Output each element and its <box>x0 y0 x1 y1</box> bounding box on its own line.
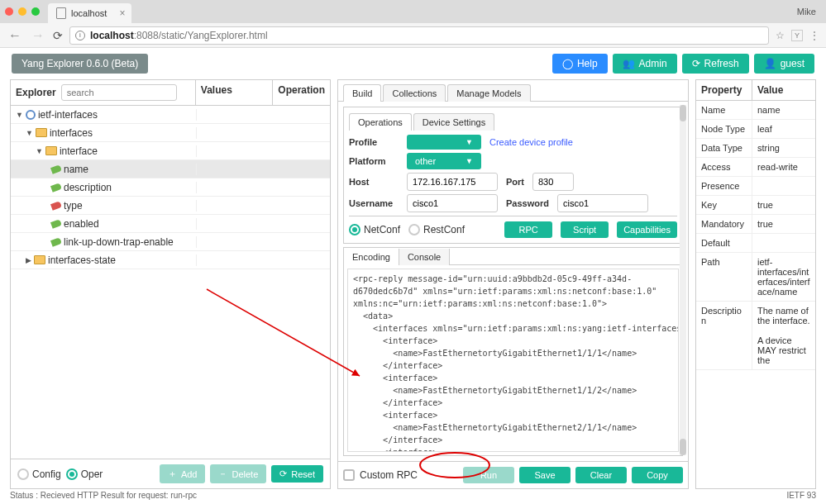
delete-button[interactable]: －Delete <box>210 464 266 483</box>
tab-collections[interactable]: Collections <box>383 84 446 102</box>
tab-console[interactable]: Console <box>399 249 450 265</box>
scrollbar[interactable] <box>680 105 686 455</box>
browser-profile[interactable]: Mike <box>797 7 816 17</box>
tree-row[interactable]: enabled <box>11 215 330 233</box>
copy-button[interactable]: Copy <box>632 467 683 483</box>
oper-radio[interactable]: Oper <box>66 468 103 480</box>
clear-button[interactable]: Clear <box>575 467 627 483</box>
reset-button[interactable]: ⟳Reset <box>271 465 323 483</box>
github-icon: ◯ <box>562 58 573 69</box>
help-button[interactable]: ◯Help <box>552 54 608 74</box>
property-key: Access <box>696 158 752 176</box>
property-value: read-write <box>752 158 815 176</box>
minus-icon: － <box>218 468 227 480</box>
reload-icon[interactable]: ⟳ <box>53 29 63 42</box>
save-button[interactable]: Save <box>519 467 571 483</box>
property-row: Keytrue <box>696 196 815 215</box>
folder-icon <box>45 146 57 155</box>
refresh-button[interactable]: ⟳Refresh <box>682 54 749 74</box>
property-value: true <box>752 196 815 214</box>
search-input[interactable] <box>61 84 177 101</box>
create-profile-link[interactable]: Create device profile <box>489 137 573 147</box>
properties-panel: Property Value NamenameNode TypeleafData… <box>695 79 816 489</box>
tree-row[interactable]: ▶interfaces-state <box>11 251 330 269</box>
script-button[interactable]: Script <box>561 221 609 238</box>
browser-tab[interactable]: localhost × <box>48 3 131 23</box>
tree-row[interactable]: type <box>11 197 330 215</box>
expand-icon[interactable]: ▼ <box>16 111 23 119</box>
browser-titlebar: localhost × Mike <box>0 0 826 23</box>
property-key: Data Type <box>696 139 752 157</box>
property-key: Node Type <box>696 120 752 138</box>
folder-icon <box>34 255 45 264</box>
custom-rpc-checkbox[interactable] <box>343 469 355 481</box>
run-button[interactable]: Run <box>463 467 514 483</box>
tree-row[interactable]: description <box>11 178 330 197</box>
extension-icon[interactable]: Y <box>791 30 803 41</box>
refresh-icon: ⟳ <box>692 58 700 69</box>
values-column-header: Values <box>196 80 274 105</box>
tree-row[interactable]: name <box>11 160 330 178</box>
subtab-operations[interactable]: Operations <box>349 113 412 131</box>
explorer-tree: ▼ietf-interfaces▼interfaces▼interfacenam… <box>11 106 330 459</box>
tab-encoding[interactable]: Encoding <box>344 249 399 265</box>
profile-label: Profile <box>349 137 399 147</box>
status-right: IETF 93 <box>786 491 816 502</box>
admin-button[interactable]: 👥Admin <box>613 54 677 74</box>
leaf-icon <box>50 237 62 247</box>
property-row: Default <box>696 234 815 253</box>
host-input[interactable] <box>407 173 498 191</box>
url-rest: :8088/static/YangExplorer.html <box>134 30 268 41</box>
tree-row[interactable]: link-up-down-trap-enable <box>11 233 330 251</box>
property-value: string <box>752 139 815 157</box>
add-button[interactable]: ＋Add <box>160 464 206 483</box>
tree-row[interactable]: ▼ietf-interfaces <box>11 106 330 124</box>
close-tab-icon[interactable]: × <box>119 7 125 19</box>
minimize-window-icon[interactable] <box>18 7 26 16</box>
property-row: Mandatorytrue <box>696 215 815 234</box>
restconf-radio[interactable]: RestConf <box>408 224 465 235</box>
property-key: Name <box>696 101 752 119</box>
platform-select[interactable]: other▼ <box>407 153 481 169</box>
tree-row[interactable]: ▼interface <box>11 142 330 160</box>
tree-label: description <box>64 182 112 193</box>
bookmark-icon[interactable]: ☆ <box>776 30 785 41</box>
plus-icon: ＋ <box>168 468 177 480</box>
expand-icon[interactable]: ▼ <box>26 129 33 137</box>
capabilities-button[interactable]: Capabilities <box>617 221 677 238</box>
properties-list: NamenameNode TypeleafData TypestringAcce… <box>696 101 815 488</box>
profile-select[interactable]: ▼ <box>407 135 481 150</box>
guest-button[interactable]: 👤guest <box>754 54 814 74</box>
subtab-device-settings[interactable]: Device Settings <box>413 113 494 131</box>
property-key: Description <box>696 302 752 369</box>
maximize-window-icon[interactable] <box>31 7 40 16</box>
expand-icon[interactable]: ▶ <box>26 256 31 264</box>
port-input[interactable] <box>532 173 574 191</box>
tree-row[interactable]: ▼interfaces <box>11 124 330 142</box>
rpc-button[interactable]: RPC <box>504 221 552 238</box>
tab-build[interactable]: Build <box>343 84 381 102</box>
build-footer: Custom RPC Run Save Clear Copy <box>338 461 688 488</box>
rpc-output[interactable]: <rpc-reply message-id="urn:uuid:a9bbdb2d… <box>347 269 679 452</box>
netconf-radio[interactable]: NetConf <box>349 224 400 235</box>
build-panel: Build Collections Manage Models Operatio… <box>337 79 689 489</box>
expand-icon[interactable]: ▼ <box>36 147 43 155</box>
users-icon: 👥 <box>623 58 635 69</box>
tree-label: name <box>64 164 88 175</box>
property-value: name <box>752 101 815 119</box>
close-window-icon[interactable] <box>5 7 13 16</box>
menu-icon[interactable]: ⋮ <box>809 30 819 41</box>
tab-title: localhost <box>71 8 107 18</box>
url-input[interactable]: i localhost :8088/static/YangExplorer.ht… <box>69 26 769 45</box>
platform-label: Platform <box>349 156 399 166</box>
property-value: ietf-interfaces/interfaces/interface/nam… <box>752 253 815 301</box>
password-input[interactable] <box>557 194 648 212</box>
tab-manage-models[interactable]: Manage Models <box>447 84 530 102</box>
operation-column-header: Operation <box>273 80 330 105</box>
back-button[interactable]: ← <box>7 28 23 43</box>
forward-button[interactable]: → <box>30 28 46 43</box>
config-radio[interactable]: Config <box>17 468 61 480</box>
site-info-icon[interactable]: i <box>75 31 85 40</box>
username-input[interactable] <box>407 194 498 212</box>
property-key: Default <box>696 234 752 252</box>
